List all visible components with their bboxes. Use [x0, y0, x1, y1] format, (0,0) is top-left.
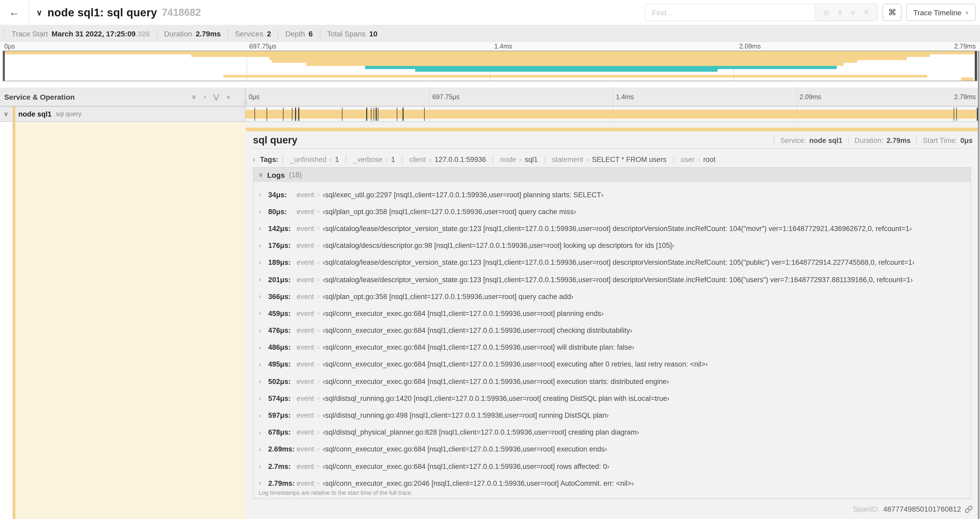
summary-value: 2: [267, 29, 271, 38]
logs-chevron-icon: ∨: [259, 171, 263, 178]
tag-pill: _unfinished = 1: [283, 155, 346, 163]
log-marker-tick[interactable]: [376, 108, 377, 121]
log-entry[interactable]: › 459μs: event = ‹sql/conn_executor_exec…: [253, 305, 970, 322]
log-marker-tick[interactable]: [397, 108, 398, 121]
log-marker-tick[interactable]: [424, 108, 425, 121]
log-entry[interactable]: › 201μs: event = ‹sql/catalog/lease/desc…: [253, 271, 970, 288]
minimap-tick-label: 0μs: [0, 42, 15, 51]
spanid-row: SpanID: 4877749850101760812: [245, 499, 973, 519]
minimap-left-scrubber[interactable]: [3, 51, 5, 81]
log-entry[interactable]: › 597μs: event = ‹sql/distsql_running.go…: [253, 407, 970, 424]
expand-all-icon[interactable]: »: [227, 93, 230, 101]
collapse-one-icon[interactable]: ∨: [191, 93, 196, 101]
equals-sign: =: [317, 260, 320, 266]
log-marker-tick[interactable]: [366, 108, 367, 121]
log-marker-tick[interactable]: [267, 108, 267, 121]
log-marker-tick[interactable]: [295, 108, 296, 121]
summary-value-suffix: .326: [136, 29, 150, 38]
find-target-icon[interactable]: ◎: [824, 8, 830, 16]
log-value: ‹sql/conn_executor_exec.go:684 [nsql1,cl…: [323, 446, 607, 454]
span-timeline-cell[interactable]: [245, 107, 980, 121]
equals-sign: =: [317, 345, 320, 351]
log-marker-tick[interactable]: [292, 108, 293, 121]
span-detail-panel: sql query Service: node sql1 Duration: 2…: [245, 122, 980, 519]
log-entry[interactable]: › 2.69ms: event = ‹sql/conn_executor_exe…: [253, 441, 970, 458]
log-field-name: event: [297, 343, 314, 351]
keyboard-shortcuts-button[interactable]: ⌘: [883, 4, 902, 21]
log-entry[interactable]: › 366μs: event = ‹sql/plan_opt.go:358 [n…: [253, 288, 970, 305]
log-timestamp: 80μs:: [268, 208, 294, 216]
span-duration-bar[interactable]: [245, 110, 978, 119]
detail-meta: Service: node sql1 Duration: 2.79ms Star…: [774, 136, 973, 144]
minimap-tick-label: 697.75μs: [245, 42, 276, 51]
trace-summary-item: Depth 6: [278, 29, 320, 38]
log-chevron-icon: ›: [259, 293, 266, 300]
tag-pill: statement = SELECT * FROM users: [544, 155, 673, 163]
log-entry[interactable]: › 476μs: event = ‹sql/conn_executor_exec…: [253, 322, 970, 339]
tags-accordion[interactable]: › Tags: _unfinished = 1 _verbose = 1 cl: [253, 152, 973, 167]
find-prev-icon[interactable]: ∧: [837, 8, 843, 16]
log-field-name: event: [297, 276, 314, 284]
equals-sign: =: [519, 156, 522, 163]
span-row[interactable]: ∨ node sql1 sql query: [0, 107, 980, 122]
detail-operation-title: sql query: [253, 134, 298, 146]
expand-one-icon[interactable]: ›: [204, 93, 206, 101]
log-entry[interactable]: › 142μs: event = ‹sql/catalog/lease/desc…: [253, 220, 970, 237]
logs-header[interactable]: ∨ Logs (18): [253, 168, 970, 182]
log-entry[interactable]: › 176μs: event = ‹sql/catalog/descs/desc…: [253, 237, 970, 254]
log-marker-tick[interactable]: [299, 108, 299, 121]
log-entry[interactable]: › 34μs: event = ‹sql/exec_util.go:2297 […: [253, 186, 970, 203]
log-marker-tick[interactable]: [374, 108, 374, 121]
log-chevron-icon: ›: [259, 480, 266, 487]
log-entry[interactable]: › 189μs: event = ‹sql/catalog/lease/desc…: [253, 254, 970, 271]
log-field-name: event: [297, 479, 314, 487]
log-field-name: event: [297, 191, 314, 199]
tick-text: 0μs: [249, 93, 259, 101]
log-value: ‹sql/conn_executor_exec.go:684 [nsql1,cl…: [323, 462, 609, 470]
log-entry[interactable]: › 502μs: event = ‹sql/conn_executor_exec…: [253, 373, 970, 390]
log-marker-tick[interactable]: [371, 108, 372, 121]
log-field-name: event: [297, 446, 314, 454]
logs-label: Logs: [267, 171, 285, 179]
deep-link-icon[interactable]: [965, 505, 973, 513]
view-selector-button[interactable]: Trace Timeline ∨: [907, 4, 976, 21]
back-button[interactable]: ←: [0, 0, 29, 25]
log-marker-tick[interactable]: [403, 108, 404, 121]
log-entry[interactable]: › 574μs: event = ‹sql/distsql_running.go…: [253, 390, 970, 407]
log-chevron-icon: ›: [259, 259, 266, 267]
page-scrollbar[interactable]: [978, 51, 980, 519]
span-collapse-icon[interactable]: ∨: [0, 110, 8, 118]
trace-minimap[interactable]: [3, 51, 977, 81]
log-marker-tick[interactable]: [378, 108, 379, 121]
log-entry[interactable]: › 2.7ms: event = ‹sql/conn_executor_exec…: [253, 458, 970, 475]
command-icon: ⌘: [888, 7, 896, 18]
log-entry[interactable]: › 495μs: event = ‹sql/conn_executor_exec…: [253, 356, 970, 373]
log-marker-tick[interactable]: [342, 108, 343, 121]
span-name-cell[interactable]: ∨ node sql1 sql query: [0, 107, 245, 121]
find-input[interactable]: [646, 4, 815, 21]
log-chevron-icon: ›: [259, 446, 266, 453]
log-timestamp: 2.79ms:: [268, 479, 294, 487]
collapse-all-icon[interactable]: ⋁: [213, 93, 219, 101]
find-clear-icon[interactable]: ✕: [863, 8, 869, 16]
page-header: ← ∨ node sql1: sql query 7418682 ◎ ∧ ∨ ✕…: [0, 0, 980, 25]
trace-collapse-icon[interactable]: ∨: [37, 8, 42, 17]
log-marker-tick[interactable]: [954, 108, 955, 121]
log-timestamp: 459μs:: [268, 310, 294, 318]
log-marker-tick[interactable]: [255, 108, 255, 121]
ruler-tick-label: 0μs: [245, 88, 259, 107]
tag-value: sql1: [525, 155, 538, 163]
tag-pill: node = sql1: [493, 155, 545, 163]
log-entry[interactable]: › 80μs: event = ‹sql/plan_opt.go:358 [ns…: [253, 203, 970, 220]
equals-sign: =: [329, 156, 332, 163]
find-group: ◎ ∧ ∨ ✕: [645, 4, 878, 21]
log-marker-tick[interactable]: [956, 108, 957, 121]
log-timestamp: 476μs:: [268, 326, 294, 334]
log-marker-tick[interactable]: [283, 108, 284, 121]
minimap-span-bar: [223, 75, 927, 78]
find-next-icon[interactable]: ∨: [850, 8, 855, 16]
minimap-right-scrubber[interactable]: [975, 51, 977, 81]
log-entry[interactable]: › 678μs: event = ‹sql/distsql_physical_p…: [253, 424, 970, 441]
log-entry[interactable]: › 486μs: event = ‹sql/conn_executor_exec…: [253, 339, 970, 356]
meta-value: 2.79ms: [886, 136, 911, 144]
